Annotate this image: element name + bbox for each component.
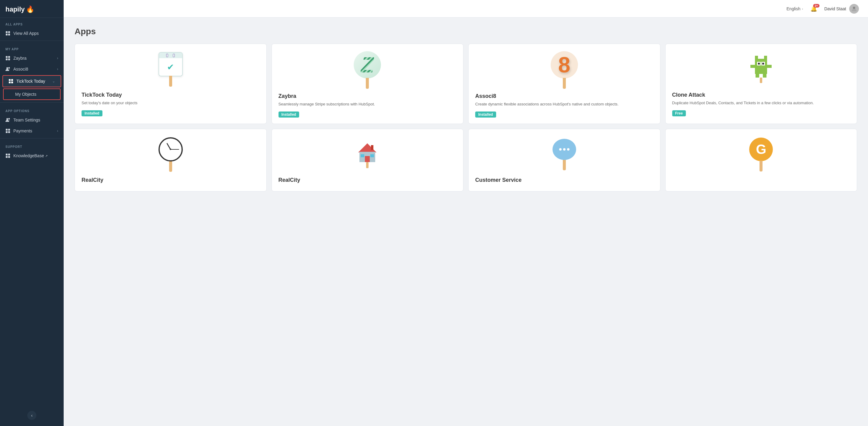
section-label-my-app: MY APP: [0, 43, 64, 53]
sidebar-item-label-associ8: Associ8: [13, 67, 28, 71]
svg-rect-16: [6, 129, 7, 131]
app-desc-clone-attack: Duplicate HubSpot Deals, Contacts, and T…: [672, 100, 814, 106]
svg-rect-22: [6, 156, 7, 158]
svg-point-14: [6, 118, 8, 120]
sidebar-item-ticktock[interactable]: TickTock Today ⌄: [2, 75, 61, 87]
associ8-number-icon: 8: [558, 54, 570, 76]
app-icon-clock: [82, 136, 260, 173]
sidebar-item-label-kb: KnowledgeBase: [13, 153, 44, 158]
svg-rect-0: [6, 31, 7, 33]
app-badge-ticktock: Installed: [82, 110, 102, 116]
app-name-customer-service: Customer Service: [475, 177, 522, 183]
main-content: English › 🔔 2+ David Staat Apps: [64, 0, 868, 426]
app-name-realcity2: RealCity: [279, 177, 300, 183]
users-icon-team: [5, 118, 10, 122]
svg-rect-27: [764, 56, 767, 60]
svg-rect-19: [8, 131, 10, 133]
app-card-realcity-clock[interactable]: RealCity: [74, 129, 267, 192]
app-icon-ticktock: ✔: [82, 51, 260, 88]
user-menu[interactable]: David Staat: [824, 4, 859, 13]
svg-rect-40: [365, 156, 370, 162]
sidebar-logo[interactable]: hapily 🔥: [0, 0, 64, 18]
app-name-zaybra: Zaybra: [279, 93, 297, 99]
svg-point-15: [8, 118, 10, 120]
zaybra-z-letter: Z: [361, 54, 374, 76]
section-label-support: SUPPORT: [0, 140, 64, 150]
language-label: English: [786, 6, 800, 11]
app-icon-chat: [475, 136, 653, 173]
sidebar-item-associ8[interactable]: Associ8 ›: [0, 64, 64, 74]
page-title: Apps: [74, 27, 857, 36]
section-label-app-options: APP OPTIONS: [0, 104, 64, 114]
app-card-customer-service[interactable]: Customer Service: [468, 129, 660, 192]
content-area: Apps ✔: [64, 18, 868, 426]
svg-point-9: [8, 67, 10, 69]
svg-rect-31: [762, 63, 764, 65]
sidebar-item-label-payments: Payments: [13, 128, 32, 133]
app-badge-associ8: Installed: [475, 111, 496, 118]
external-link-icon: ↗: [45, 154, 48, 158]
svg-rect-6: [6, 59, 7, 60]
section-label-all-apps: ALL APPS: [0, 18, 64, 28]
app-icon-house: [279, 136, 457, 173]
app-card-clone-attack[interactable]: Clone Attack Duplicate HubSpot Deals, Co…: [665, 44, 858, 124]
sidebar: hapily 🔥 ALL APPS View All Apps MY APP Z…: [0, 0, 64, 426]
svg-rect-11: [11, 79, 13, 81]
app-card-ticktock-today[interactable]: ✔ TickTock Today Set today's date on you…: [74, 44, 267, 124]
svg-marker-37: [358, 143, 376, 153]
app-card-associ8[interactable]: 8 Associ8 Create dynamic flexible associ…: [468, 44, 660, 124]
svg-rect-42: [370, 154, 374, 157]
app-badge-clone-attack: Free: [672, 110, 686, 116]
svg-rect-26: [755, 56, 758, 60]
app-name-realcity: RealCity: [82, 177, 103, 183]
svg-rect-34: [755, 73, 759, 77]
app-icon-associ8: 8: [475, 51, 653, 89]
sidebar-item-view-all-apps[interactable]: View All Apps: [0, 28, 64, 39]
sidebar-item-zaybra[interactable]: Zaybra ›: [0, 53, 64, 64]
grid-icon-kb: [5, 153, 10, 158]
sidebar-item-label-team-settings: Team Settings: [13, 118, 40, 122]
app-name-clone-attack: Clone Attack: [672, 92, 705, 98]
app-card-zaybra[interactable]: Z Zaybra Seamlessly manage Stripe subscr…: [272, 44, 464, 124]
svg-rect-33: [767, 65, 772, 68]
app-desc-ticktock: Set today's date on your objects: [82, 100, 137, 106]
svg-rect-20: [6, 154, 7, 156]
sidebar-item-label: View All Apps: [13, 31, 39, 36]
app-badge-zaybra: Installed: [279, 111, 300, 118]
sidebar-item-knowledgebase[interactable]: KnowledgeBase ↗: [0, 150, 64, 161]
svg-rect-43: [366, 162, 369, 168]
svg-rect-12: [9, 81, 10, 83]
svg-rect-18: [6, 131, 7, 133]
chevron-right-icon: ›: [57, 56, 58, 60]
chevron-down-icon: ⌄: [52, 79, 55, 83]
app-icon-g: G: [672, 136, 850, 173]
sidebar-collapse-button[interactable]: ‹: [27, 411, 36, 420]
svg-rect-1: [8, 31, 10, 33]
house-icon: [355, 141, 379, 168]
app-card-g-app[interactable]: G: [665, 129, 858, 192]
svg-rect-2: [6, 34, 7, 35]
notifications-button[interactable]: 🔔 2+: [810, 5, 817, 12]
sidebar-sub-item-label: My Objects: [15, 92, 36, 97]
grid-icon-ticktock: [8, 79, 13, 84]
svg-rect-3: [8, 34, 10, 35]
logo-text: hapily: [5, 5, 25, 13]
sidebar-item-payments[interactable]: Payments ›: [0, 125, 64, 136]
svg-rect-30: [758, 63, 760, 65]
language-arrow: ›: [802, 7, 803, 10]
svg-rect-21: [8, 154, 10, 156]
svg-point-24: [853, 7, 855, 9]
language-selector[interactable]: English ›: [786, 6, 803, 11]
avatar: [849, 4, 859, 13]
svg-rect-4: [6, 56, 7, 58]
app-desc-zaybra: Seamlessly manage Stripe subscriptions w…: [279, 101, 375, 107]
svg-rect-32: [750, 65, 755, 68]
sidebar-item-team-settings[interactable]: Team Settings: [0, 114, 64, 125]
app-card-realcity-house[interactable]: RealCity: [272, 129, 464, 192]
app-icon-clone-attack: [672, 51, 850, 88]
svg-rect-38: [371, 145, 373, 150]
grid-icon-zaybra: [5, 56, 10, 61]
header: English › 🔔 2+ David Staat: [64, 0, 868, 18]
sidebar-sub-item-my-objects[interactable]: My Objects: [3, 89, 61, 100]
notification-badge: 2+: [813, 4, 819, 7]
